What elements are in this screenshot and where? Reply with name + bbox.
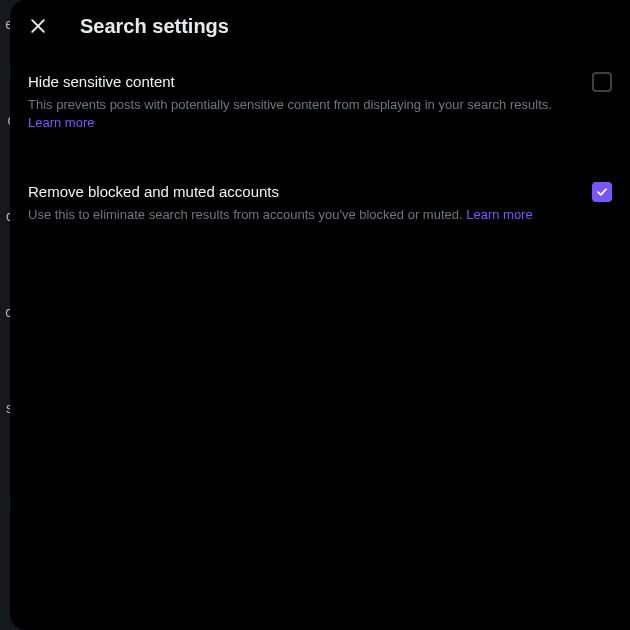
setting-row: Hide sensitive content This prevents pos…: [28, 72, 612, 132]
setting-title: Hide sensitive content: [28, 72, 578, 92]
setting-title: Remove blocked and muted accounts: [28, 182, 578, 202]
setting-divider: [10, 146, 630, 170]
search-settings-panel: Search settings Hide sensitive content T…: [10, 0, 630, 630]
setting-remove-blocked: Remove blocked and muted accounts Use th…: [10, 170, 630, 238]
setting-hide-sensitive: Hide sensitive content This prevents pos…: [10, 60, 630, 146]
setting-description: This prevents posts with potentially sen…: [28, 96, 578, 132]
settings-list: Hide sensitive content This prevents pos…: [10, 52, 630, 238]
setting-text: Remove blocked and muted accounts Use th…: [28, 182, 578, 224]
hide-sensitive-checkbox[interactable]: [592, 72, 612, 92]
setting-row: Remove blocked and muted accounts Use th…: [28, 182, 612, 224]
setting-description: Use this to eliminate search results fro…: [28, 206, 578, 224]
setting-text: Hide sensitive content This prevents pos…: [28, 72, 578, 132]
setting-desc-text: This prevents posts with potentially sen…: [28, 97, 552, 112]
setting-desc-text: Use this to eliminate search results fro…: [28, 207, 463, 222]
remove-blocked-checkbox[interactable]: [592, 182, 612, 202]
panel-title: Search settings: [80, 15, 229, 38]
panel-header: Search settings: [10, 0, 630, 52]
check-icon: [595, 185, 609, 199]
close-button[interactable]: [20, 8, 56, 44]
learn-more-link[interactable]: Learn more: [466, 207, 532, 222]
learn-more-link[interactable]: Learn more: [28, 115, 94, 130]
close-icon: [28, 16, 48, 36]
